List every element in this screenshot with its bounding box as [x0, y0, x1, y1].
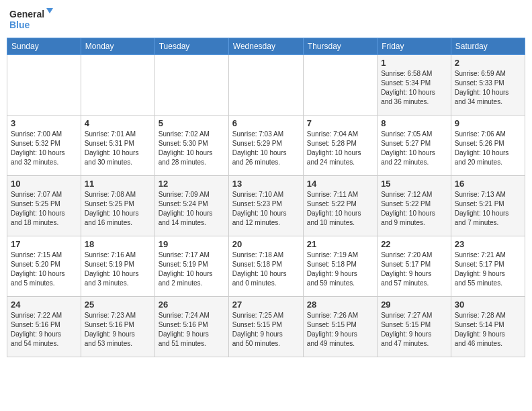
day-info: Sunrise: 7:11 AMSunset: 5:22 PMDaylight:… [307, 190, 373, 228]
calendar-cell: 6Sunrise: 7:03 AMSunset: 5:29 PMDaylight… [228, 116, 303, 176]
day-number: 14 [307, 179, 373, 189]
calendar-cell: 18Sunrise: 7:16 AMSunset: 5:19 PMDayligh… [81, 236, 154, 297]
svg-text:Blue: Blue [9, 19, 30, 30]
day-number: 29 [381, 300, 447, 310]
day-info: Sunrise: 7:20 AMSunset: 5:17 PMDaylight:… [381, 250, 447, 288]
day-number: 12 [159, 179, 225, 189]
calendar-cell: 13Sunrise: 7:10 AMSunset: 5:23 PMDayligh… [228, 176, 303, 236]
day-info: Sunrise: 7:05 AMSunset: 5:27 PMDaylight:… [381, 130, 447, 167]
day-number: 2 [455, 58, 521, 68]
day-info: Sunrise: 7:18 AMSunset: 5:18 PMDaylight:… [232, 250, 300, 288]
calendar-cell: 20Sunrise: 7:18 AMSunset: 5:18 PMDayligh… [228, 236, 303, 297]
day-number: 20 [232, 239, 300, 249]
calendar-cell: 11Sunrise: 7:08 AMSunset: 5:25 PMDayligh… [81, 176, 154, 236]
calendar-cell: 1Sunrise: 6:58 AMSunset: 5:34 PMDaylight… [378, 55, 451, 116]
week-row-3: 10Sunrise: 7:07 AMSunset: 5:25 PMDayligh… [7, 176, 525, 236]
calendar-cell: 5Sunrise: 7:02 AMSunset: 5:30 PMDaylight… [154, 116, 228, 176]
weekday-header-row: SundayMondayTuesdayWednesdayThursdayFrid… [7, 38, 525, 55]
calendar-table: SundayMondayTuesdayWednesdayThursdayFrid… [7, 38, 525, 357]
day-info: Sunrise: 7:04 AMSunset: 5:28 PMDaylight:… [307, 130, 373, 167]
weekday-header-saturday: Saturday [451, 38, 525, 55]
day-info: Sunrise: 7:17 AMSunset: 5:19 PMDaylight:… [159, 250, 225, 288]
calendar-cell: 17Sunrise: 7:15 AMSunset: 5:20 PMDayligh… [7, 236, 81, 297]
day-info: Sunrise: 7:24 AMSunset: 5:16 PMDaylight:… [159, 311, 225, 349]
day-number: 4 [85, 118, 151, 128]
day-info: Sunrise: 7:16 AMSunset: 5:19 PMDaylight:… [85, 250, 151, 288]
calendar-cell [81, 55, 154, 116]
day-number: 25 [85, 300, 151, 310]
day-number: 21 [307, 239, 373, 249]
day-info: Sunrise: 7:15 AMSunset: 5:20 PMDaylight:… [11, 250, 77, 288]
day-number: 24 [11, 300, 77, 310]
day-info: Sunrise: 7:01 AMSunset: 5:31 PMDaylight:… [85, 130, 151, 167]
day-info: Sunrise: 6:58 AMSunset: 5:34 PMDaylight:… [381, 69, 447, 107]
day-number: 23 [455, 239, 521, 249]
day-number: 26 [159, 300, 225, 310]
day-number: 9 [455, 118, 521, 128]
day-info: Sunrise: 7:22 AMSunset: 5:16 PMDaylight:… [11, 311, 77, 349]
day-number: 22 [381, 239, 447, 249]
day-number: 30 [455, 300, 521, 310]
day-number: 11 [85, 179, 151, 189]
logo: GeneralBlue [9, 7, 56, 32]
calendar-cell: 26Sunrise: 7:24 AMSunset: 5:16 PMDayligh… [154, 297, 228, 357]
day-info: Sunrise: 7:06 AMSunset: 5:26 PMDaylight:… [455, 130, 521, 167]
day-number: 10 [11, 179, 77, 189]
weekday-header-monday: Monday [81, 38, 154, 55]
calendar-cell: 4Sunrise: 7:01 AMSunset: 5:31 PMDaylight… [81, 116, 154, 176]
week-row-1: 1Sunrise: 6:58 AMSunset: 5:34 PMDaylight… [7, 55, 525, 116]
calendar-cell [303, 55, 377, 116]
day-info: Sunrise: 7:26 AMSunset: 5:15 PMDaylight:… [307, 311, 373, 349]
calendar-cell: 28Sunrise: 7:26 AMSunset: 5:15 PMDayligh… [303, 297, 377, 357]
day-info: Sunrise: 7:23 AMSunset: 5:16 PMDaylight:… [85, 311, 151, 349]
day-info: Sunrise: 7:13 AMSunset: 5:21 PMDaylight:… [455, 190, 521, 228]
calendar-cell: 10Sunrise: 7:07 AMSunset: 5:25 PMDayligh… [7, 176, 81, 236]
calendar-cell: 27Sunrise: 7:25 AMSunset: 5:15 PMDayligh… [228, 297, 303, 357]
calendar-cell: 8Sunrise: 7:05 AMSunset: 5:27 PMDaylight… [378, 116, 451, 176]
week-row-4: 17Sunrise: 7:15 AMSunset: 5:20 PMDayligh… [7, 236, 525, 297]
day-info: Sunrise: 7:03 AMSunset: 5:29 PMDaylight:… [232, 130, 300, 167]
day-info: Sunrise: 7:28 AMSunset: 5:14 PMDaylight:… [455, 311, 521, 349]
calendar-cell: 30Sunrise: 7:28 AMSunset: 5:14 PMDayligh… [451, 297, 525, 357]
calendar-cell: 25Sunrise: 7:23 AMSunset: 5:16 PMDayligh… [81, 297, 154, 357]
day-number: 16 [455, 179, 521, 189]
day-info: Sunrise: 7:19 AMSunset: 5:18 PMDaylight:… [307, 250, 373, 288]
day-info: Sunrise: 7:02 AMSunset: 5:30 PMDaylight:… [159, 130, 225, 167]
day-number: 6 [232, 118, 300, 128]
calendar-cell: 29Sunrise: 7:27 AMSunset: 5:15 PMDayligh… [378, 297, 451, 357]
calendar-cell: 15Sunrise: 7:12 AMSunset: 5:22 PMDayligh… [378, 176, 451, 236]
day-number: 19 [159, 239, 225, 249]
day-info: Sunrise: 7:10 AMSunset: 5:23 PMDaylight:… [232, 190, 300, 228]
day-number: 13 [232, 179, 300, 189]
day-number: 28 [307, 300, 373, 310]
weekday-header-wednesday: Wednesday [228, 38, 303, 55]
day-number: 15 [381, 179, 447, 189]
day-number: 27 [232, 300, 300, 310]
calendar-cell: 14Sunrise: 7:11 AMSunset: 5:22 PMDayligh… [303, 176, 377, 236]
svg-text:General: General [9, 9, 44, 19]
day-number: 1 [381, 58, 447, 68]
day-number: 8 [381, 118, 447, 128]
calendar-cell: 3Sunrise: 7:00 AMSunset: 5:32 PMDaylight… [7, 116, 81, 176]
calendar-cell: 2Sunrise: 6:59 AMSunset: 5:33 PMDaylight… [451, 55, 525, 116]
day-info: Sunrise: 7:21 AMSunset: 5:17 PMDaylight:… [455, 250, 521, 288]
day-number: 5 [159, 118, 225, 128]
day-info: Sunrise: 6:59 AMSunset: 5:33 PMDaylight:… [455, 69, 521, 107]
weekday-header-sunday: Sunday [7, 38, 81, 55]
calendar-cell: 23Sunrise: 7:21 AMSunset: 5:17 PMDayligh… [451, 236, 525, 297]
calendar-cell: 21Sunrise: 7:19 AMSunset: 5:18 PMDayligh… [303, 236, 377, 297]
calendar-cell: 22Sunrise: 7:20 AMSunset: 5:17 PMDayligh… [378, 236, 451, 297]
calendar-cell [228, 55, 303, 116]
week-row-5: 24Sunrise: 7:22 AMSunset: 5:16 PMDayligh… [7, 297, 525, 357]
calendar-cell: 19Sunrise: 7:17 AMSunset: 5:19 PMDayligh… [154, 236, 228, 297]
weekday-header-thursday: Thursday [303, 38, 377, 55]
day-info: Sunrise: 7:09 AMSunset: 5:24 PMDaylight:… [159, 190, 225, 228]
calendar-cell: 9Sunrise: 7:06 AMSunset: 5:26 PMDaylight… [451, 116, 525, 176]
day-number: 7 [307, 118, 373, 128]
svg-marker-1 [46, 8, 53, 13]
day-info: Sunrise: 7:27 AMSunset: 5:15 PMDaylight:… [381, 311, 447, 349]
day-info: Sunrise: 7:08 AMSunset: 5:25 PMDaylight:… [85, 190, 151, 228]
weekday-header-tuesday: Tuesday [154, 38, 228, 55]
calendar-cell: 12Sunrise: 7:09 AMSunset: 5:24 PMDayligh… [154, 176, 228, 236]
day-info: Sunrise: 7:12 AMSunset: 5:22 PMDaylight:… [381, 190, 447, 228]
